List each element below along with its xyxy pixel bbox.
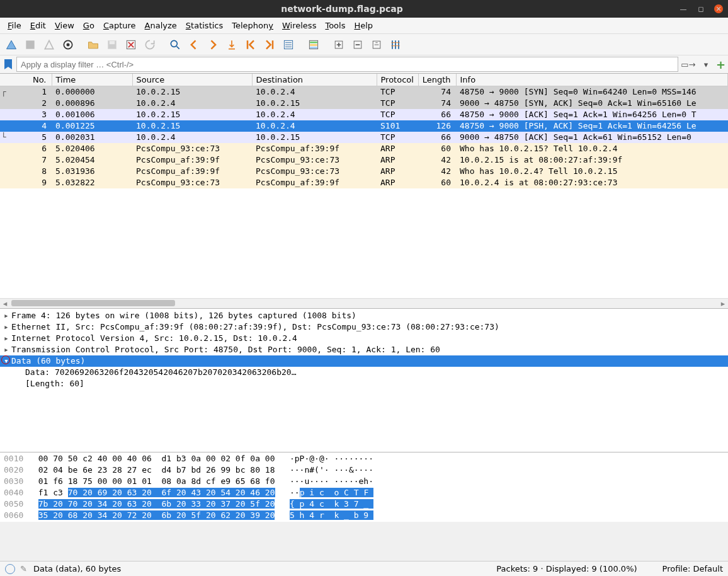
packet-row[interactable]: 30.00100610.0.2.1510.0.2.4TCP6648750 → 9… [0,109,728,120]
bytes-line[interactable]: 0030 01 f6 18 75 00 00 01 01 08 0a 8d cf… [4,476,724,488]
maximize-button[interactable]: ◻ [697,4,705,13]
fin-icon[interactable] [3,36,20,54]
titlebar: network-dump.flag.pcap — ◻ ✕ [0,0,728,18]
packet-row[interactable]: 65.020406PcsCompu_93:ce:73PcsCompu_af:39… [0,143,728,154]
display-filter-input[interactable] [16,57,678,72]
menu-tools[interactable]: Tools [321,20,349,32]
packet-details[interactable]: ▸Frame 4: 126 bytes on wire (1008 bits),… [0,309,728,452]
column-length[interactable]: Length [418,74,456,86]
restart-icon[interactable] [40,36,58,54]
save-icon[interactable] [103,36,121,54]
close-button[interactable]: ✕ [714,4,723,13]
svg-rect-10 [310,44,317,46]
column-source[interactable]: Source [132,74,252,86]
packet-row[interactable]: └50.00203110.0.2.410.0.2.15TCP669000 → 4… [0,132,728,143]
details-line[interactable]: ▸Internet Protocol Version 4, Src: 10.0.… [0,333,728,344]
menu-telephon[interactable]: Telephony [228,20,277,32]
packet-row[interactable]: 85.031936PcsCompu_af:39:9fPcsCompu_93:ce… [0,166,728,177]
status-left: Data (data), 60 bytes [33,564,121,573]
close-file-icon[interactable] [122,36,140,54]
filter-dropdown-icon[interactable]: ▾ [698,57,714,72]
details-line[interactable]: Data: 7020692063206f204320542046207b2070… [0,367,728,378]
packet-row[interactable]: ┌10.00000010.0.2.1510.0.2.4TCP7448750 → … [0,86,728,98]
minimize-button[interactable]: — [679,4,688,13]
find-icon[interactable] [166,36,184,54]
first-icon[interactable] [242,36,259,54]
reload-icon[interactable] [141,36,159,54]
menu-capture[interactable]: Capture [100,20,140,32]
details-line[interactable]: ▾Data (60 bytes) [0,355,728,367]
svg-rect-0 [26,40,34,49]
open-icon[interactable] [84,36,102,54]
add-filter-button[interactable]: + [716,58,725,71]
column-protocol[interactable]: Protocol [377,74,418,86]
status-bar: ✎ Data (data), 60 bytes Packets: 9 · Dis… [0,561,728,576]
zoom-reset-icon[interactable] [368,36,385,54]
menu-edit[interactable]: Edit [26,20,50,32]
menu-statistics[interactable]: Statistics [182,20,227,32]
column-destination[interactable]: Destination [252,74,377,86]
bytes-line[interactable]: 0010 00 70 50 c2 40 00 40 06 d1 b3 0a 00… [4,454,724,465]
scrollbar-horizontal[interactable]: ◂ ▸ [0,298,728,308]
next-icon[interactable] [204,36,222,54]
prev-icon[interactable] [185,36,203,54]
svg-rect-4 [110,41,115,44]
last-icon[interactable] [261,36,278,54]
packet-row[interactable]: 40.00122510.0.2.1510.0.2.4S10112648750 →… [0,120,728,132]
expert-info-icon[interactable] [5,564,15,574]
bytes-line[interactable]: 0040 f1 c3 70 20 69 20 63 20 6f 20 43 20… [4,488,724,499]
bytes-line[interactable]: 0050 7b 20 70 20 34 20 63 20 6b 20 33 20… [4,499,724,510]
packet-row[interactable]: 95.032822PcsCompu_93:ce:73PcsCompu_af:39… [0,177,728,188]
column-no[interactable]: No. [0,74,52,86]
menu-help[interactable]: Help [350,20,377,32]
autoscroll-icon[interactable] [280,36,297,54]
toolbar [0,34,728,55]
edit-icon[interactable]: ✎ [20,564,27,573]
status-right[interactable]: Profile: Default [663,564,723,573]
menu-file[interactable]: File [4,20,25,32]
packet-bytes[interactable]: 0010 00 70 50 c2 40 00 40 06 d1 b3 0a 00… [0,452,728,522]
svg-rect-9 [310,42,317,43]
column-info[interactable]: Info [456,74,728,86]
details-line[interactable]: ▸Frame 4: 126 bytes on wire (1008 bits),… [0,310,728,321]
details-line[interactable]: [Length: 60] [0,378,728,389]
packet-row[interactable]: 75.020454PcsCompu_af:39:9fPcsCompu_93:ce… [0,154,728,166]
jump-icon[interactable] [223,36,241,54]
menu-bar: FileEditViewGoCaptureAnalyzeStatisticsTe… [0,18,728,34]
zoom-out-icon[interactable] [349,36,367,54]
menu-analyze[interactable]: Analyze [141,20,181,32]
menu-wireless[interactable]: Wireless [278,20,320,32]
options-icon[interactable] [59,36,77,54]
bookmark-icon[interactable] [3,57,14,71]
apply-filter-icon[interactable]: ▭→ [681,57,696,72]
packet-row[interactable]: 20.00089610.0.2.410.0.2.15TCP749000 → 48… [0,98,728,109]
details-line[interactable]: ▸Transmission Control Protocol, Src Port… [0,344,728,355]
column-time[interactable]: Time [52,74,132,86]
zoom-in-icon[interactable] [330,36,348,54]
window-title: network-dump.flag.pcap [5,4,679,14]
bytes-line[interactable]: 0020 02 04 be 6e 23 28 27 ec d4 b7 bd 26… [4,465,724,476]
filter-bar: ▭→ ▾ + [0,55,728,73]
bytes-line[interactable]: 0060 35 20 68 20 34 20 72 20 6b 20 5f 20… [4,510,724,522]
svg-rect-11 [310,47,317,49]
menu-view[interactable]: View [51,20,78,32]
stop-icon [21,36,39,54]
details-line[interactable]: ▸Ethernet II, Src: PcsCompu_af:39:9f (08… [0,321,728,333]
packet-list[interactable]: No.TimeSourceDestinationProtocolLengthIn… [0,73,728,309]
colorize-icon[interactable] [305,36,322,54]
svg-point-2 [67,43,70,46]
resize-cols-icon[interactable] [387,36,404,54]
status-center: Packets: 9 · Displayed: 9 (100.0%) [496,564,637,573]
menu-go[interactable]: Go [79,20,98,32]
svg-point-6 [171,40,177,47]
